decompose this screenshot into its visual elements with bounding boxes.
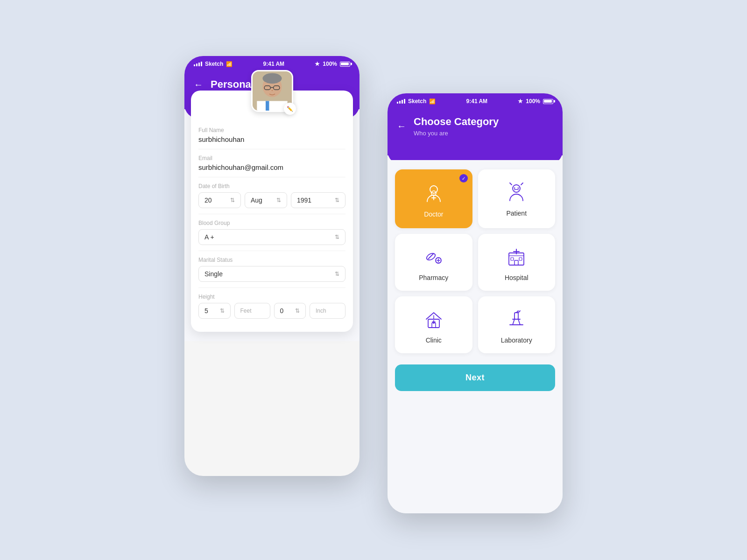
svg-rect-27: [519, 258, 522, 260]
dob-month-chevron: ⇅: [276, 197, 281, 203]
svg-point-16: [518, 188, 519, 189]
dob-field: Date of Birth 20 ⇅ Aug ⇅ 1991 ⇅: [198, 177, 345, 214]
height-feet-select[interactable]: 5 ⇅: [198, 303, 231, 319]
selected-checkmark: ✓: [459, 174, 468, 182]
time-2: 9:41 AM: [466, 98, 488, 105]
carrier-1: Sketch: [205, 61, 223, 67]
marital-status-select[interactable]: Single ⇅: [198, 266, 345, 282]
svg-line-13: [510, 183, 512, 185]
svg-point-2: [262, 73, 282, 84]
patient-icon: [505, 181, 528, 204]
svg-point-12: [513, 185, 520, 192]
signal-icon: [194, 62, 202, 66]
time-1: 9:41 AM: [263, 61, 285, 67]
pharmacy-label: Pharmacy: [419, 274, 448, 281]
status-bar-1: Sketch 📶 9:41 AM ★ 100%: [184, 56, 359, 71]
dob-day-chevron: ⇅: [230, 197, 235, 203]
status-left-1: Sketch 📶: [194, 61, 233, 67]
height-feet-unit: Feet: [234, 303, 270, 319]
phone-personal-details: Sketch 📶 9:41 AM ★ 100% ← Personal Detai…: [184, 56, 359, 476]
dob-year-chevron: ⇅: [335, 197, 339, 203]
marital-status-value: Single: [204, 270, 223, 278]
carrier-2: Sketch: [408, 98, 426, 105]
header-2: ← Choose Category Who you are: [388, 108, 563, 155]
svg-rect-6: [257, 101, 287, 111]
blood-group-value: A +: [204, 233, 214, 241]
full-name-field: Full Name surbhichouhan: [198, 121, 345, 149]
height-field: Height 5 ⇅ Feet 0 ⇅: [198, 288, 345, 324]
dob-month-value: Aug: [251, 196, 262, 204]
height-feet-value: 5: [204, 307, 208, 315]
category-patient[interactable]: Patient: [478, 169, 556, 228]
category-hospital[interactable]: Hospital: [478, 234, 556, 291]
blood-group-field: Blood Group A + ⇅: [198, 214, 345, 251]
categories-section: ✓ Doctor: [388, 160, 563, 513]
svg-rect-22: [509, 253, 524, 265]
category-laboratory[interactable]: Laboratory: [478, 296, 556, 353]
back-button-2[interactable]: ←: [397, 121, 406, 132]
email-label: Email: [198, 155, 345, 161]
doctor-icon: [422, 182, 445, 205]
pharmacy-icon: [422, 245, 445, 268]
blood-group-select[interactable]: A + ⇅: [198, 229, 345, 245]
battery-icon: [340, 62, 350, 67]
dob-year-value: 1991: [297, 196, 311, 204]
form-card: ✏️ Full Name surbhichouhan Email surbhic…: [191, 91, 353, 332]
status-left-2: Sketch 📶: [397, 98, 436, 105]
svg-rect-34: [514, 313, 518, 319]
wifi-icon: 📶: [226, 61, 233, 67]
svg-point-15: [514, 188, 515, 189]
battery-percent-2: 100%: [526, 98, 540, 105]
dob-day-value: 20: [204, 196, 212, 204]
avatar-section: ✏️: [198, 70, 345, 112]
height-inch-value: 0: [280, 307, 284, 315]
signal-icon-2: [397, 99, 405, 104]
laboratory-label: Laboratory: [501, 336, 532, 344]
height-label: Height: [198, 294, 345, 300]
height-inch-select[interactable]: 0 ⇅: [274, 303, 306, 319]
status-right-1: ★ 100%: [315, 61, 350, 67]
height-inch-unit: Inch: [310, 303, 345, 319]
battery-percent-1: 100%: [323, 61, 337, 67]
marital-status-chevron: ⇅: [335, 271, 339, 277]
svg-line-14: [521, 183, 523, 185]
svg-rect-26: [511, 258, 514, 260]
dob-label: Date of Birth: [198, 183, 345, 189]
header-nav-2: ← Choose Category Who you are: [397, 116, 553, 137]
bluetooth-icon-2: ★: [518, 98, 523, 105]
status-right-2: ★ 100%: [518, 98, 553, 105]
doctor-label: Doctor: [424, 210, 443, 218]
marital-status-field: Marital Status Single ⇅: [198, 251, 345, 288]
next-button[interactable]: Next: [395, 364, 555, 391]
email-value[interactable]: surbhichouhan@gmail.com: [198, 163, 345, 171]
height-inch-chevron: ⇅: [295, 308, 300, 314]
clinic-icon: [422, 308, 445, 331]
hospital-label: Hospital: [505, 274, 529, 281]
height-row: 5 ⇅ Feet 0 ⇅ Inch: [198, 303, 345, 319]
laboratory-icon: [505, 308, 528, 331]
full-name-value[interactable]: surbhichouhan: [198, 135, 345, 143]
svg-rect-28: [514, 260, 518, 265]
dob-month-select[interactable]: Aug ⇅: [245, 192, 287, 208]
dob-row: 20 ⇅ Aug ⇅ 1991 ⇅: [198, 192, 345, 208]
svg-rect-7: [266, 101, 269, 111]
patient-label: Patient: [506, 210, 527, 217]
marital-status-label: Marital Status: [198, 257, 345, 263]
full-name-label: Full Name: [198, 127, 345, 133]
category-clinic[interactable]: Clinic: [395, 296, 472, 353]
header-text-2: Choose Category Who you are: [414, 116, 499, 137]
hospital-icon: [505, 245, 528, 268]
svg-point-8: [430, 186, 437, 193]
phone-choose-category: Sketch 📶 9:41 AM ★ 100% ← Choose Categor…: [388, 93, 563, 513]
dob-day-select[interactable]: 20 ⇅: [198, 192, 241, 208]
page-title-2: Choose Category: [414, 116, 499, 128]
category-doctor[interactable]: ✓ Doctor: [395, 169, 472, 228]
categories-grid: ✓ Doctor: [388, 160, 563, 361]
dob-year-select[interactable]: 1991 ⇅: [291, 192, 345, 208]
height-feet-chevron: ⇅: [220, 308, 225, 314]
email-field: Email surbhichouhan@gmail.com: [198, 149, 345, 177]
wifi-icon-2: 📶: [429, 98, 436, 105]
edit-avatar-icon[interactable]: ✏️: [284, 103, 296, 115]
category-pharmacy[interactable]: Pharmacy: [395, 234, 472, 291]
avatar-wrapper: ✏️: [251, 70, 293, 112]
